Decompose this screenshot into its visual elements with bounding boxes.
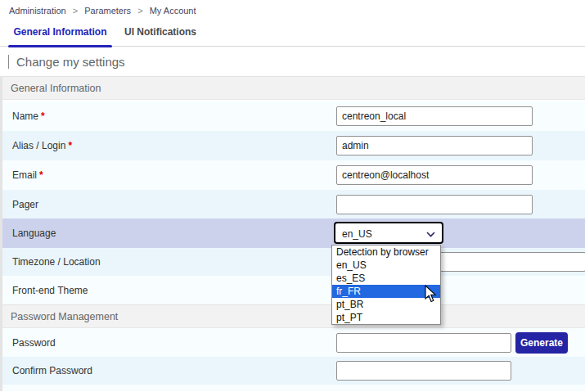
language-selected-value: en_US	[342, 228, 372, 240]
section-password-management: Password Management	[2, 304, 585, 328]
row-alias-login: Alias / Login*	[2, 131, 585, 160]
name-input[interactable]	[336, 106, 533, 126]
active-tab-underline	[8, 45, 112, 47]
password-input[interactable]	[336, 333, 511, 353]
row-pager: Pager	[2, 190, 585, 219]
front-end-theme-label: Front-end Theme	[12, 285, 88, 296]
alias-login-label: Alias / Login*	[12, 140, 72, 151]
confirm-password-label: Confirm Password	[12, 365, 92, 376]
required-marker: *	[41, 110, 45, 122]
pager-label: Pager	[12, 199, 38, 210]
language-option-pt-pt[interactable]: pt_PT	[332, 311, 440, 324]
language-label: Language	[12, 228, 56, 239]
row-front-end-theme: Front-end Theme	[2, 276, 585, 304]
required-marker: *	[68, 140, 72, 151]
generate-password-button[interactable]: Generate	[515, 332, 568, 354]
tab-bar: General Information UI Notifications	[0, 20, 585, 47]
row-confirm-password: Confirm Password	[2, 357, 585, 385]
breadcrumb-parameters[interactable]: Parameters	[84, 6, 131, 16]
breadcrumb-separator: >	[73, 6, 78, 16]
mouse-cursor-icon	[425, 285, 437, 303]
confirm-password-input[interactable]	[336, 361, 511, 381]
language-select[interactable]: en_US	[334, 222, 443, 244]
breadcrumb: Administration > Parameters > My Account	[0, 0, 585, 20]
tab-general-information[interactable]: General Information	[8, 26, 112, 38]
email-label: Email*	[12, 169, 43, 181]
timezone-label: Timezone / Location	[12, 256, 101, 268]
row-email: Email*	[2, 160, 585, 190]
breadcrumb-administration[interactable]: Administration	[9, 6, 66, 16]
name-label: Name*	[12, 110, 45, 122]
chevron-down-icon	[426, 232, 435, 237]
password-label: Password	[12, 337, 56, 349]
tab-ui-notifications[interactable]: UI Notifications	[124, 26, 196, 38]
language-option-en-us[interactable]: en_US	[332, 259, 440, 272]
row-language: Language en_US	[2, 219, 585, 248]
breadcrumb-my-account[interactable]: My Account	[150, 6, 196, 16]
row-name: Name*	[2, 101, 585, 131]
pager-input[interactable]	[336, 195, 533, 214]
email-input[interactable]	[336, 165, 533, 185]
alias-login-input[interactable]	[336, 136, 533, 155]
required-marker: *	[39, 169, 43, 181]
row-password: Password Generate	[2, 328, 585, 357]
page-title: Change my settings	[8, 55, 125, 69]
breadcrumb-separator: >	[137, 6, 142, 16]
language-option-detection-by-browser[interactable]: Detection by browser	[332, 246, 440, 259]
settings-form: General Information Name* Alias / Login*…	[0, 76, 585, 385]
language-option-es-es[interactable]: es_ES	[332, 272, 440, 285]
row-timezone: Timezone / Location	[2, 248, 585, 276]
section-general-information: General Information	[2, 76, 585, 100]
next-row-edge	[0, 385, 585, 391]
